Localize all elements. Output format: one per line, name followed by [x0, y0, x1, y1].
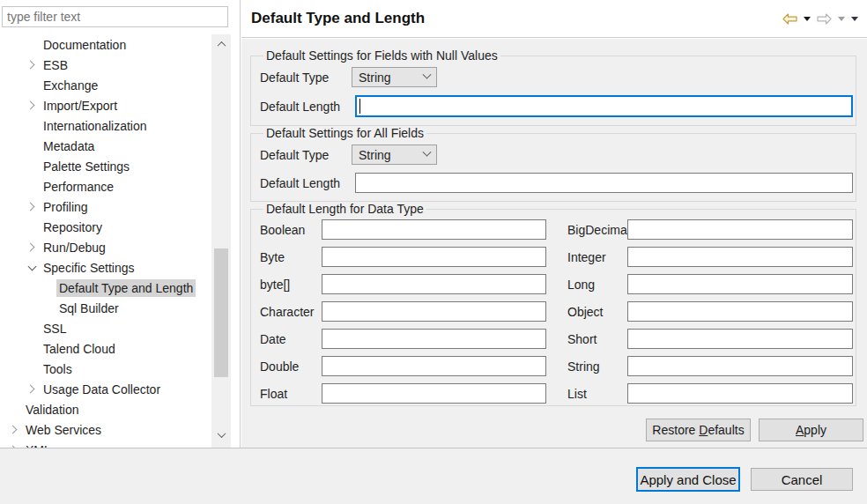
dtl-string-label: String	[546, 359, 627, 374]
scroll-down-icon[interactable]	[211, 426, 231, 442]
tree-item-label: Internationalization	[41, 117, 150, 135]
tree-item-label: Validation	[23, 401, 81, 419]
expander-collapsed-icon[interactable]	[5, 441, 23, 448]
tree-item-xml[interactable]: XML	[0, 440, 211, 448]
dtl-double-label: Double	[260, 359, 322, 374]
view-menu-caret-icon[interactable]	[851, 11, 858, 26]
dtl-float-input[interactable]	[322, 383, 546, 404]
tree-item-documentation[interactable]: Documentation	[0, 34, 211, 55]
tree-item-sql-builder[interactable]: Sql Builder	[0, 298, 211, 318]
expander-collapsed-icon[interactable]	[23, 239, 41, 256]
tree-item-label: Import/Export	[41, 97, 120, 115]
dtl-list-input[interactable]	[627, 383, 853, 404]
tree-item-validation[interactable]: Validation	[0, 399, 211, 419]
dtl-long-input[interactable]	[627, 274, 853, 294]
tree-item-label: ESB	[41, 56, 70, 74]
expander-collapsed-icon[interactable]	[23, 56, 41, 74]
expander-collapsed-icon[interactable]	[23, 381, 41, 398]
dtl-string-input[interactable]	[627, 356, 853, 376]
scroll-up-icon[interactable]	[211, 36, 231, 52]
dtl-character-input[interactable]	[322, 301, 546, 322]
tree-item-label: Web Services	[23, 421, 104, 439]
dtl-date-input[interactable]	[322, 329, 546, 349]
expander-spacer	[23, 77, 41, 94]
tree-item-label: Usage Data Collector	[41, 381, 163, 398]
dtl-object-label: Object	[546, 305, 627, 319]
tree-item-run-debug[interactable]: Run/Debug	[0, 237, 211, 257]
tree-item-import-export[interactable]: Import/Export	[0, 95, 211, 115]
expander-collapsed-icon[interactable]	[23, 97, 41, 115]
dtl-short-input[interactable]	[627, 329, 853, 349]
filter-input[interactable]	[2, 6, 228, 27]
restore-defaults-button[interactable]: Restore Defaults	[646, 419, 751, 441]
dtl-bigdecimal-label: BigDecimal	[546, 223, 627, 237]
dtl-date-label: Date	[260, 332, 322, 346]
tree-item-web-services[interactable]: Web Services	[0, 419, 211, 440]
tree-item-talend-cloud[interactable]: Talend Cloud	[0, 338, 211, 359]
scrollbar-thumb[interactable]	[214, 248, 228, 377]
expander-spacer	[23, 117, 41, 135]
chevron-down-icon	[423, 148, 432, 157]
apply-and-close-button[interactable]: Apply and Close	[636, 467, 740, 492]
dtl-byte-input[interactable]	[322, 247, 546, 267]
default-type-label: Default Type	[260, 148, 352, 162]
dtl-byte-input[interactable]	[322, 274, 546, 294]
preferences-tree: DocumentationESBExchangeImport/ExportInt…	[0, 34, 211, 448]
btn-text: Restore	[652, 423, 699, 437]
dtl-object-input[interactable]	[627, 301, 853, 322]
tree-scrollbar[interactable]	[211, 34, 231, 448]
dtl-list-label: List	[546, 387, 627, 401]
dtl-integer-input[interactable]	[627, 247, 853, 267]
dtl-bigdecimal-input[interactable]	[627, 219, 853, 240]
text-caret	[359, 99, 360, 114]
group-all-fields: Default Settings for All Fields Default …	[250, 126, 856, 202]
expander-spacer	[5, 401, 23, 419]
btn-mnemonic: D	[699, 423, 708, 437]
btn-text: efaults	[708, 423, 744, 437]
back-menu-caret-icon[interactable]	[804, 11, 811, 26]
expander-collapsed-icon[interactable]	[5, 421, 23, 439]
group-null-values: Default Settings for Fields with Null Va…	[250, 48, 856, 126]
cancel-button[interactable]: Cancel	[751, 468, 853, 491]
tree-item-metadata[interactable]: Metadata	[0, 136, 211, 156]
group-data-type-lengths-legend: Default Length for Data Type	[263, 202, 426, 216]
tree-item-specific-settings[interactable]: Specific Settings	[0, 257, 211, 278]
page-header: Default Type and Length	[241, 0, 867, 38]
tree-item-tools[interactable]: Tools	[0, 359, 211, 379]
back-icon[interactable]	[782, 11, 797, 26]
default-type-combo-null-value: String	[359, 70, 391, 85]
tree-item-usage-data-collector[interactable]: Usage Data Collector	[0, 379, 211, 399]
expander-collapsed-icon[interactable]	[23, 198, 41, 216]
default-type-combo-all[interactable]: String	[352, 145, 437, 165]
tree-item-ssl[interactable]: SSL	[0, 318, 211, 338]
default-type-combo-null[interactable]: String	[352, 67, 437, 87]
expander-spacer	[23, 137, 41, 155]
apply-button[interactable]: Apply	[759, 419, 863, 441]
tree-item-performance[interactable]: Performance	[0, 176, 211, 196]
expander-spacer	[23, 360, 41, 378]
default-length-input-all[interactable]	[355, 173, 853, 193]
group-all-fields-legend: Default Settings for All Fields	[263, 126, 426, 140]
btn-text: pply	[804, 423, 826, 437]
tree-item-label: Specific Settings	[41, 259, 137, 277]
dtl-double-input[interactable]	[322, 356, 546, 376]
tree-item-exchange[interactable]: Exchange	[0, 75, 211, 95]
tree-item-label: Tools	[41, 360, 75, 378]
tree-item-profiling[interactable]: Profiling	[0, 196, 211, 217]
chevron-down-icon	[423, 70, 432, 79]
tree-item-label: Run/Debug	[41, 239, 108, 256]
forward-icon[interactable]	[817, 11, 832, 26]
default-type-combo-all-value: String	[359, 148, 391, 162]
expander-expanded-icon[interactable]	[23, 259, 41, 277]
tree-item-palette-settings[interactable]: Palette Settings	[0, 156, 211, 176]
tree-item-esb[interactable]: ESB	[0, 55, 211, 75]
dtl-boolean-input[interactable]	[322, 219, 546, 240]
tree-item-default-type-and-length[interactable]: Default Type and Length	[0, 278, 211, 298]
tree-item-internationalization[interactable]: Internationalization	[0, 115, 211, 136]
tree-item-label: Performance	[41, 178, 116, 196]
tree-item-label: Profiling	[41, 198, 91, 216]
tree-item-repository[interactable]: Repository	[0, 217, 211, 237]
expander-spacer	[23, 320, 41, 337]
forward-menu-caret-icon[interactable]	[838, 11, 845, 26]
default-length-input-null[interactable]	[355, 95, 853, 117]
